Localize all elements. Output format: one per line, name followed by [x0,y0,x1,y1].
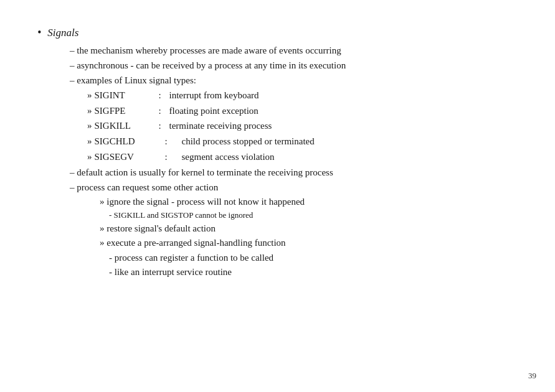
signal-colon-4: : [151,149,182,165]
line-2: – asynchronous - can be received by a pr… [37,58,518,73]
signal-desc-4: segment access violation [182,149,275,165]
default-line-2: – process can request some other action [37,180,518,195]
signal-row-sigsegv: » SIGSEGV : segment access violation [87,149,518,165]
option-3-label: » execute a pre-arranged signal-handling… [37,236,518,250]
option-3-sub-2: - like an interrupt service routine [37,265,518,279]
signal-name-0: SIGINT [95,88,151,103]
content-area: • Signals – the mechanism whereby proces… [37,25,518,279]
option-1-label: » ignore the signal - process will not k… [37,195,518,209]
signal-bullet-0: » [87,88,92,103]
signal-row-sigfpe: » SIGFPE : floating point exception [87,103,518,119]
bullet-title: Signals [47,25,78,41]
signal-name-4: SIGSEGV [95,149,151,165]
signal-bullet-4: » [87,149,92,165]
bullet-dot: • [37,24,41,42]
option-3-sub-1: - process can register a function to be … [37,251,518,265]
signal-desc-3: child process stopped or terminated [182,134,315,149]
signal-row-sigkill: » SIGKILL : terminate receiving process [87,118,518,134]
signal-desc-2: terminate receiving process [169,118,272,134]
signal-colon-2: : [151,118,169,134]
line-1: – the mechanism whereby processes are ma… [37,43,518,58]
signal-bullet-3: » [87,134,92,149]
page-number: 39 [528,371,536,381]
signal-row-sigchld: » SIGCHLD : child process stopped or ter… [87,134,518,149]
option-1-sub: - SIGKILL and SIGSTOP cannot be ignored [37,209,518,222]
signal-desc-1: floating point exception [169,103,259,119]
main-bullet: • Signals [37,25,518,42]
signal-name-3: SIGCHLD [95,134,151,149]
signal-table: » SIGINT : interrupt from keyboard » SIG… [37,88,518,165]
default-line-1: – default action is usually for kernel t… [37,165,518,180]
signal-bullet-1: » [87,103,92,119]
signal-name-2: SIGKILL [95,118,151,134]
signal-bullet-2: » [87,118,92,134]
signal-name-1: SIGFPE [95,103,151,119]
signal-row-sigint: » SIGINT : interrupt from keyboard [87,88,518,103]
signal-colon-3: : [151,134,182,149]
option-2-label: » restore signal's default action [37,222,518,236]
line-3: – examples of Linux signal types: [37,73,518,88]
slide-container: • Signals – the mechanism whereby proces… [0,0,555,392]
signal-colon-1: : [151,103,169,119]
signal-colon-0: : [151,88,169,103]
signal-desc-0: interrupt from keyboard [169,88,259,103]
